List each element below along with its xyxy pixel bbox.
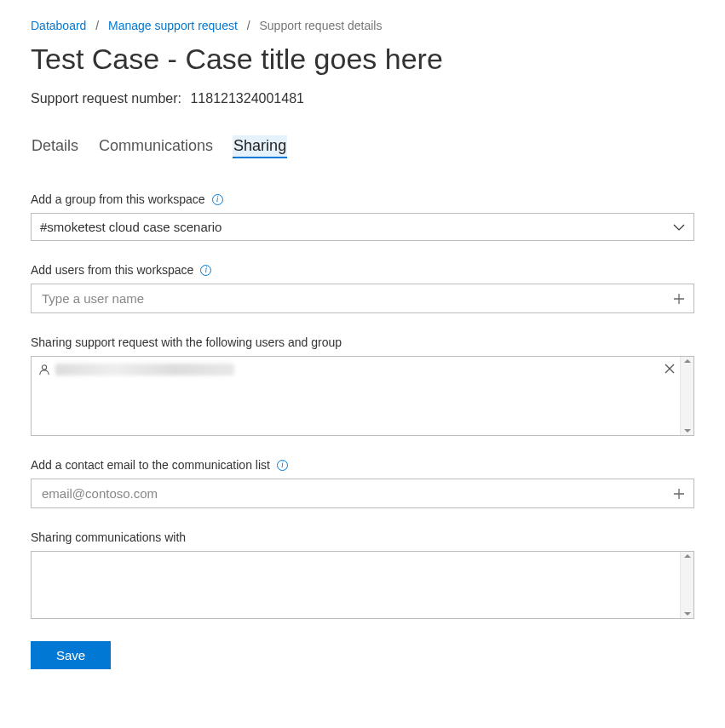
- add-users-label-text: Add users from this workspace: [31, 263, 193, 277]
- tab-details[interactable]: Details: [31, 135, 79, 158]
- contact-email-label-text: Add a contact email to the communication…: [31, 458, 270, 472]
- scroll-down-icon[interactable]: [684, 429, 691, 433]
- tabs: Details Communications Sharing: [31, 135, 694, 158]
- sharing-comm-label-text: Sharing communications with: [31, 530, 186, 544]
- save-button[interactable]: Save: [31, 641, 111, 669]
- users-input[interactable]: [40, 290, 666, 307]
- person-icon: [38, 364, 50, 375]
- scrollbar[interactable]: [680, 357, 693, 435]
- plus-icon[interactable]: [673, 293, 685, 305]
- breadcrumb: Databoard / Manage support request / Sup…: [31, 19, 694, 32]
- tab-sharing[interactable]: Sharing: [233, 135, 287, 158]
- sharing-comm-label: Sharing communications with: [31, 530, 694, 544]
- group-select[interactable]: #smoketest cloud case scenario: [31, 213, 694, 241]
- tab-communications[interactable]: Communications: [98, 135, 214, 158]
- sharing-list-label-text: Sharing support request with the followi…: [31, 335, 342, 349]
- add-group-label-text: Add a group from this workspace: [31, 192, 205, 206]
- plus-icon[interactable]: [673, 488, 685, 500]
- users-input-box[interactable]: [31, 284, 694, 313]
- scroll-up-icon[interactable]: [684, 554, 691, 558]
- info-icon[interactable]: [212, 194, 223, 205]
- breadcrumb-separator: /: [95, 19, 99, 32]
- sharing-list-label: Sharing support request with the followi…: [31, 335, 694, 349]
- breadcrumb-current: Support request details: [260, 19, 383, 32]
- scrollbar[interactable]: [680, 552, 693, 618]
- support-request-number: Support request number: 118121324001481: [31, 91, 694, 106]
- add-users-label: Add users from this workspace: [31, 263, 694, 277]
- chevron-down-icon: [673, 223, 685, 232]
- support-request-value: 118121324001481: [190, 91, 303, 106]
- sharing-list-box: [31, 356, 694, 436]
- contact-email-label: Add a contact email to the communication…: [31, 458, 694, 472]
- breadcrumb-separator: /: [247, 19, 250, 32]
- sharing-comm-box: [31, 551, 694, 619]
- scroll-down-icon[interactable]: [684, 612, 691, 616]
- shared-user-entry: [38, 364, 234, 375]
- info-icon[interactable]: [277, 460, 288, 471]
- group-select-value: #smoketest cloud case scenario: [40, 220, 222, 234]
- contact-email-input[interactable]: [40, 485, 666, 502]
- shared-user-name: [55, 364, 234, 375]
- breadcrumb-databoard[interactable]: Databoard: [31, 19, 86, 32]
- scroll-up-icon[interactable]: [684, 359, 691, 363]
- support-request-label: Support request number:: [31, 91, 181, 106]
- remove-shared-user-button[interactable]: [665, 364, 675, 374]
- add-group-label: Add a group from this workspace: [31, 192, 694, 206]
- breadcrumb-manage-support[interactable]: Manage support request: [108, 19, 238, 32]
- page-title: Test Case - Case title goes here: [31, 43, 694, 76]
- contact-email-input-box[interactable]: [31, 479, 694, 508]
- info-icon[interactable]: [200, 265, 211, 276]
- svg-point-0: [42, 365, 46, 370]
